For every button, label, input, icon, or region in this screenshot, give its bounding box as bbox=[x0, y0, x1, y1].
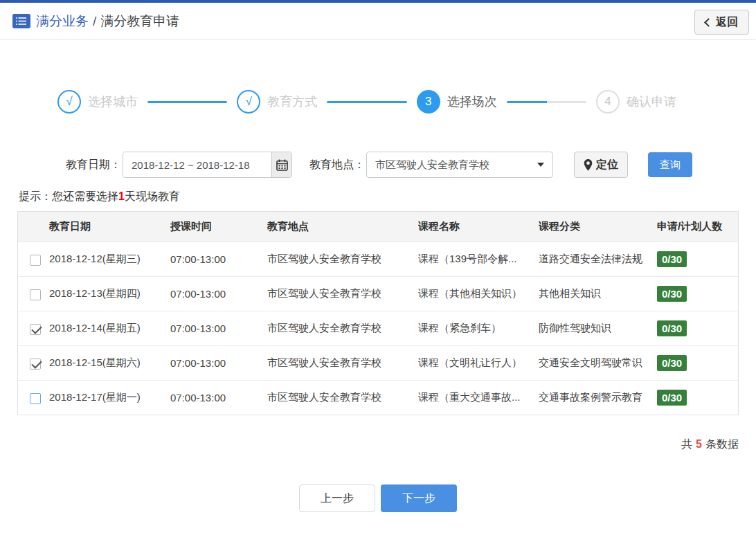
cell-category: 交通安全文明驾驶常识 bbox=[539, 356, 657, 370]
step-connector-3 bbox=[507, 101, 586, 103]
quota-badge: 0/30 bbox=[657, 251, 687, 267]
quota-badge: 0/30 bbox=[657, 286, 687, 302]
table-row[interactable]: 2018-12-17(星期一) 07:00-13:00 市区驾驶人安全教育学校 … bbox=[18, 380, 738, 415]
cell-course: 课程（其他相关知识） bbox=[418, 287, 539, 300]
cell-date: 2018-12-15(星期六) bbox=[49, 356, 170, 370]
count-suffix: 条数据 bbox=[705, 438, 739, 450]
cell-date: 2018-12-14(星期五) bbox=[49, 322, 170, 335]
table-row[interactable]: 2018-12-14(星期五) 07:00-13:00 市区驾驶人安全教育学校 … bbox=[18, 311, 738, 345]
next-step-button[interactable]: 下一步 bbox=[381, 484, 457, 512]
step-3-label: 选择场次 bbox=[447, 93, 497, 110]
session-table: 教育日期 授课时间 教育地点 课程名称 课程分类 申请/计划人数 2018-12… bbox=[17, 211, 739, 415]
map-pin-icon bbox=[584, 159, 593, 171]
date-range-group bbox=[123, 152, 292, 178]
step-2-label: 教育方式 bbox=[267, 93, 317, 110]
list-icon bbox=[12, 14, 30, 28]
back-button[interactable]: 返回 bbox=[694, 10, 749, 35]
table-row[interactable]: 2018-12-15(星期六) 07:00-13:00 市区驾驶人安全教育学校 … bbox=[18, 345, 738, 380]
record-count: 共5条数据 bbox=[0, 437, 739, 452]
hint-days-remaining: 1 bbox=[118, 190, 125, 202]
quota-badge: 0/30 bbox=[657, 320, 687, 336]
table-row[interactable]: 2018-12-12(星期三) 07:00-13:00 市区驾驶人安全教育学校 … bbox=[18, 242, 738, 276]
locate-button[interactable]: 定位 bbox=[574, 152, 628, 178]
chevron-left-icon bbox=[704, 18, 713, 27]
locate-button-label: 定位 bbox=[596, 158, 618, 172]
col-header-date: 教育日期 bbox=[49, 220, 170, 233]
cell-time: 07:00-13:00 bbox=[170, 288, 267, 300]
cell-category: 交通事故案例警示教育 bbox=[539, 391, 657, 404]
step-select-city: √ 选择城市 bbox=[57, 90, 138, 114]
col-header-category: 课程分类 bbox=[539, 220, 657, 233]
row-checkbox[interactable] bbox=[30, 393, 41, 404]
cell-course: 课程（文明礼让行人） bbox=[418, 356, 539, 370]
cell-course: 课程（139号部令解... bbox=[418, 253, 539, 266]
table-row[interactable]: 2018-12-13(星期四) 07:00-13:00 市区驾驶人安全教育学校 … bbox=[18, 276, 738, 311]
hint-text: 提示：您还需要选择1天现场教育 bbox=[19, 190, 756, 204]
col-header-quota: 申请/计划人数 bbox=[657, 220, 738, 233]
quota-badge: 0/30 bbox=[657, 390, 687, 406]
col-header-place: 教育地点 bbox=[267, 220, 418, 233]
step-confirm-application: 4 确认申请 bbox=[596, 90, 676, 114]
row-checkbox[interactable] bbox=[30, 359, 41, 370]
step-select-session: 3 选择场次 bbox=[417, 90, 497, 114]
cell-time: 07:00-13:00 bbox=[170, 357, 267, 369]
cell-date: 2018-12-13(星期四) bbox=[49, 287, 170, 300]
search-button[interactable]: 查询 bbox=[648, 152, 692, 177]
filter-bar: 教育日期： 教育地点： 市区驾驶人安全教育学校 定位 查询 bbox=[66, 152, 756, 178]
cell-place: 市区驾驶人安全教育学校 bbox=[267, 253, 418, 266]
date-label: 教育日期： bbox=[66, 158, 121, 172]
back-button-label: 返回 bbox=[716, 15, 738, 30]
step-connector-1 bbox=[147, 101, 227, 103]
step-connector-2 bbox=[327, 101, 406, 103]
cell-course: 课程（重大交通事故... bbox=[418, 391, 539, 404]
caret-down-icon bbox=[537, 163, 544, 167]
cell-place: 市区驾驶人安全教育学校 bbox=[267, 391, 418, 404]
table-header-row: 教育日期 授课时间 教育地点 课程名称 课程分类 申请/计划人数 bbox=[18, 212, 738, 242]
count-value: 5 bbox=[696, 438, 702, 450]
step-indicator: √ 选择城市 √ 教育方式 3 选择场次 4 确认申请 bbox=[57, 80, 676, 124]
cell-category: 防御性驾驶知识 bbox=[539, 322, 657, 335]
cell-place: 市区驾驶人安全教育学校 bbox=[267, 356, 418, 370]
breadcrumb-page: 满分教育申请 bbox=[100, 12, 179, 30]
cell-place: 市区驾驶人安全教育学校 bbox=[267, 322, 418, 335]
hint-suffix: 天现场教育 bbox=[125, 190, 180, 202]
row-checkbox[interactable] bbox=[30, 255, 41, 266]
location-select[interactable]: 市区驾驶人安全教育学校 bbox=[366, 152, 553, 178]
cell-date: 2018-12-12(星期三) bbox=[49, 253, 170, 266]
hint-prefix: 提示：您还需要选择 bbox=[19, 190, 118, 202]
wizard-actions: 上一步 下一步 bbox=[0, 484, 756, 512]
cell-time: 07:00-13:00 bbox=[170, 323, 267, 334]
cell-course: 课程（紧急刹车） bbox=[418, 322, 539, 335]
calendar-button[interactable] bbox=[271, 152, 291, 177]
row-checkbox[interactable] bbox=[30, 324, 41, 335]
cell-time: 07:00-13:00 bbox=[170, 253, 267, 265]
previous-step-button[interactable]: 上一步 bbox=[299, 484, 375, 512]
step-education-mode: √ 教育方式 bbox=[237, 90, 317, 114]
col-header-time: 授课时间 bbox=[170, 220, 267, 233]
page-header: 满分业务 / 满分教育申请 返回 bbox=[0, 3, 756, 40]
step-4-label: 确认申请 bbox=[627, 93, 676, 110]
cell-category: 道路交通安全法律法规 bbox=[539, 253, 657, 266]
step-3-circle: 3 bbox=[417, 90, 440, 114]
step-4-circle: 4 bbox=[596, 90, 620, 114]
step-1-label: 选择城市 bbox=[88, 93, 138, 110]
location-label: 教育地点： bbox=[309, 158, 365, 172]
cell-category: 其他相关知识 bbox=[539, 287, 657, 300]
calendar-icon bbox=[276, 159, 288, 171]
count-prefix: 共 bbox=[681, 438, 692, 450]
step-3-mark: 3 bbox=[425, 95, 431, 109]
step-2-circle: √ bbox=[237, 90, 260, 114]
cell-place: 市区驾驶人安全教育学校 bbox=[267, 287, 418, 300]
step-2-mark: √ bbox=[246, 95, 252, 109]
col-header-course: 课程名称 bbox=[418, 220, 539, 233]
row-checkbox[interactable] bbox=[30, 289, 41, 300]
cell-time: 07:00-13:00 bbox=[170, 392, 267, 403]
date-range-input[interactable] bbox=[123, 152, 271, 177]
location-select-value: 市区驾驶人安全教育学校 bbox=[375, 158, 537, 172]
cell-date: 2018-12-17(星期一) bbox=[49, 391, 170, 404]
step-4-mark: 4 bbox=[604, 95, 611, 109]
breadcrumb-separator: / bbox=[93, 14, 96, 29]
breadcrumb-section: 满分业务 bbox=[36, 12, 89, 30]
step-1-mark: √ bbox=[66, 95, 72, 109]
quota-badge: 0/30 bbox=[657, 355, 687, 371]
